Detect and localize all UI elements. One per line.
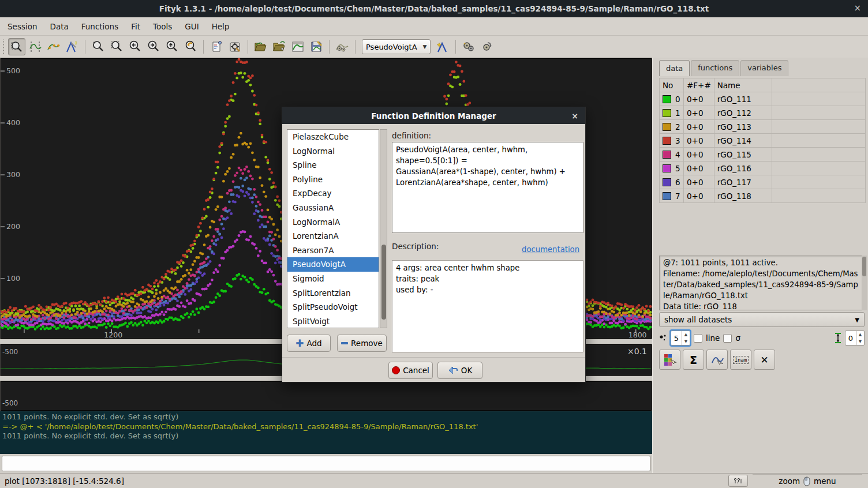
rename-button[interactable]: Inam [730, 350, 751, 370]
remove-function-button[interactable]: Remove [337, 335, 387, 352]
load-data-custom-button[interactable] [271, 38, 288, 55]
function-list-scrollbar[interactable] [380, 129, 387, 328]
fityk-window: Fityk 1.3.1 - /home/aleplo/test/Document… [0, 0, 868, 488]
function-list-item[interactable]: SplitVoigt [287, 314, 379, 328]
export-plot-button[interactable] [289, 38, 306, 55]
function-list-item[interactable]: SplitLorentzian [287, 286, 379, 301]
function-list[interactable]: PielaszekCubeLogNormalSplinePolylineExpD… [287, 129, 379, 328]
menu-gui[interactable]: GUI [178, 18, 205, 35]
peak-draw-mode-button[interactable] [63, 38, 81, 55]
zoom-left-button[interactable] [126, 38, 144, 55]
dataset-color-swatch [663, 137, 671, 145]
function-list-item[interactable]: LogNormal [287, 144, 379, 159]
sigma-checkbox[interactable] [723, 334, 732, 343]
menu-help[interactable]: Help [205, 18, 236, 35]
col-no[interactable]: No [660, 78, 684, 92]
window-close-icon[interactable]: × [854, 3, 861, 13]
svg-text:1800: 1800 [628, 331, 647, 339]
line-checkbox[interactable] [694, 334, 702, 343]
info-scrollbar[interactable] [862, 256, 867, 310]
dataset-info[interactable]: @7: 1011 points, 1011 active.Filename: /… [659, 256, 862, 310]
tab-variables[interactable]: variables [740, 60, 788, 76]
delete-dataset-button[interactable]: ✕ [754, 350, 775, 370]
vertical-splitter[interactable] [652, 58, 658, 473]
description-box: 4 args: area center hwhm shape traits: p… [392, 260, 583, 352]
menu-session[interactable]: Session [1, 18, 44, 35]
cancel-button[interactable]: Cancel [388, 362, 433, 379]
ok-button[interactable]: OK [437, 362, 482, 379]
function-list-item[interactable]: PielaszekCube [287, 130, 379, 144]
zoom-mode-button[interactable] [8, 38, 25, 55]
status-config-button[interactable] [728, 475, 748, 487]
zoom-right-icon [147, 40, 160, 53]
load-data-button[interactable] [252, 38, 270, 55]
dataset-table: No #F+# Name 0 0+0rGO_1111 0+0rGO_1122 0… [659, 78, 866, 203]
stepper-down-icon[interactable]: ▼ [682, 338, 690, 345]
table-row[interactable]: 1 0+0rGO_112 [660, 106, 866, 120]
menu-fit[interactable]: Fit [125, 18, 147, 35]
zoom-up-button[interactable] [163, 38, 181, 55]
col-name[interactable]: Name [714, 78, 772, 92]
tab-data[interactable]: data [659, 60, 690, 76]
fit-run-button[interactable] [460, 38, 477, 55]
table-row[interactable]: 6 0+0rGO_117 [660, 175, 866, 189]
col-fcount[interactable]: #F+# [684, 78, 714, 92]
functions-tool-button[interactable] [706, 350, 728, 370]
data-range-icon [29, 40, 42, 53]
function-list-item[interactable]: GaussianA [287, 201, 379, 215]
table-row[interactable]: 4 0+0rGO_115 [660, 148, 866, 162]
stepper-up-icon[interactable]: ▲ [856, 331, 864, 338]
aux-plot-2[interactable]: -500 [0, 381, 652, 411]
menu-data[interactable]: Data [44, 18, 75, 35]
fit-continue-button[interactable] [478, 38, 496, 55]
command-input[interactable] [2, 456, 650, 471]
zoom-in-button[interactable] [89, 38, 107, 55]
add-function-button[interactable]: ✚ Add [287, 335, 331, 352]
documentation-link[interactable]: documentation [522, 245, 579, 254]
dialog-titlebar[interactable]: Function Definition Manager × [282, 107, 585, 124]
stepper-up-icon[interactable]: ▲ [682, 331, 690, 338]
data-range-mode-button[interactable] [27, 38, 44, 55]
function-type-selector[interactable]: PseudoVoigtA ▼ [362, 39, 431, 54]
function-list-item[interactable]: SplitPseudoVoigt [287, 300, 379, 314]
zoom-select-icon [10, 40, 23, 53]
table-row[interactable]: 7 0+0rGO_118 [660, 189, 866, 203]
table-row[interactable]: 0 0+0rGO_111 [660, 92, 866, 106]
add-peak-button[interactable] [434, 38, 451, 55]
definition-textarea[interactable]: PseudoVoigtA(area, center, hwhm, shape=0… [392, 142, 583, 233]
function-list-item[interactable]: LogNormalA [287, 215, 379, 230]
zoom-left-icon [129, 40, 141, 53]
dataset-filter-select[interactable]: show all datasets ▼ [659, 312, 865, 327]
function-list-item[interactable]: PseudoVoigtA [287, 257, 379, 272]
function-list-item[interactable]: Polyline [287, 172, 379, 187]
auto-add-peak-button[interactable] [334, 38, 351, 55]
session-settings-button[interactable] [226, 38, 244, 55]
menu-tools[interactable]: Tools [147, 18, 178, 35]
baseline-mode-button[interactable] [45, 38, 62, 55]
table-row[interactable]: 2 0+0rGO_113 [660, 120, 866, 134]
dialog-close-icon[interactable]: × [571, 111, 578, 121]
stepper-down-icon[interactable]: ▼ [856, 338, 864, 345]
mouse-icon [803, 476, 811, 486]
point-size-stepper[interactable]: 5 ▲▼ [671, 331, 690, 346]
sum-button[interactable]: Σ [683, 350, 704, 370]
menu-functions[interactable]: Functions [75, 18, 125, 35]
function-list-item[interactable]: ExpDecay [287, 186, 379, 201]
table-row[interactable]: 3 0+0rGO_114 [660, 134, 866, 148]
dataset-colors-button[interactable] [659, 350, 680, 370]
line-checkbox-label: line [706, 333, 720, 343]
y-shift-stepper[interactable]: 0 ▲▼ [845, 331, 865, 346]
function-list-item[interactable]: Sigmoid [287, 272, 379, 286]
table-row[interactable]: 5 0+0rGO_116 [660, 162, 866, 175]
function-list-item[interactable]: Spline [287, 158, 379, 172]
script-button[interactable] [208, 38, 225, 55]
point-size-icon [659, 334, 667, 342]
zoom-undo-button[interactable] [182, 38, 199, 55]
save-session-button[interactable] [308, 38, 325, 55]
function-list-item[interactable]: Pearson7A [287, 243, 379, 258]
output-console[interactable]: 1011 points. No explicit std. dev. Set a… [0, 411, 652, 454]
function-list-item[interactable]: LorentzianA [287, 229, 379, 243]
zoom-all-button[interactable] [108, 38, 125, 55]
tab-functions[interactable]: functions [691, 60, 739, 76]
zoom-right-button[interactable] [145, 38, 162, 55]
